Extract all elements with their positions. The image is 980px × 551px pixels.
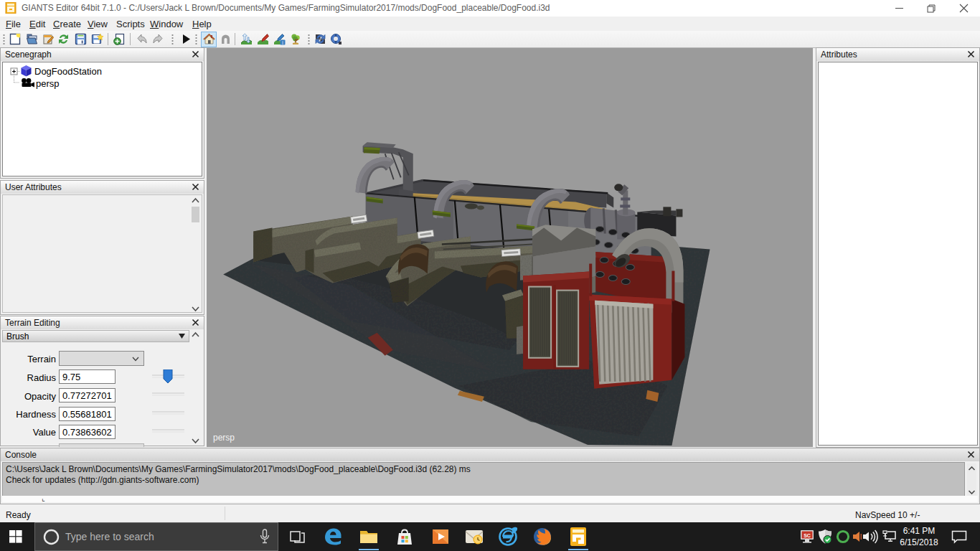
svg-text:SC: SC: [804, 533, 811, 538]
svg-text:i: i: [282, 40, 283, 45]
